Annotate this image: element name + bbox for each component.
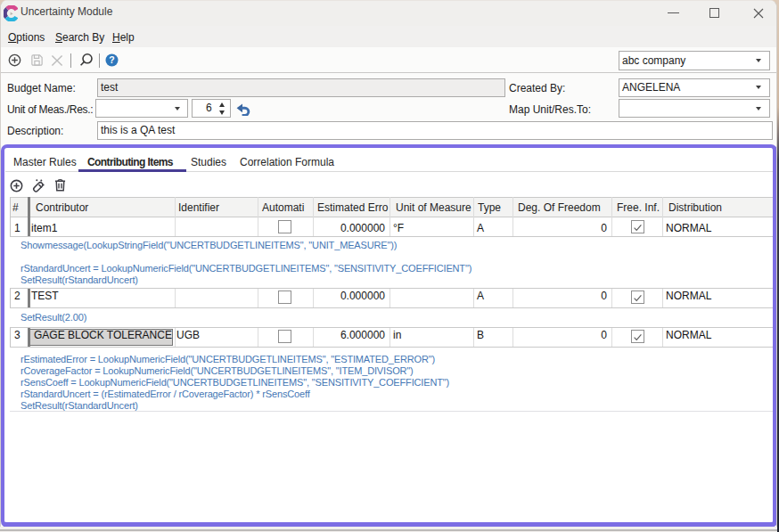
svg-text:?: ?: [109, 54, 114, 65]
